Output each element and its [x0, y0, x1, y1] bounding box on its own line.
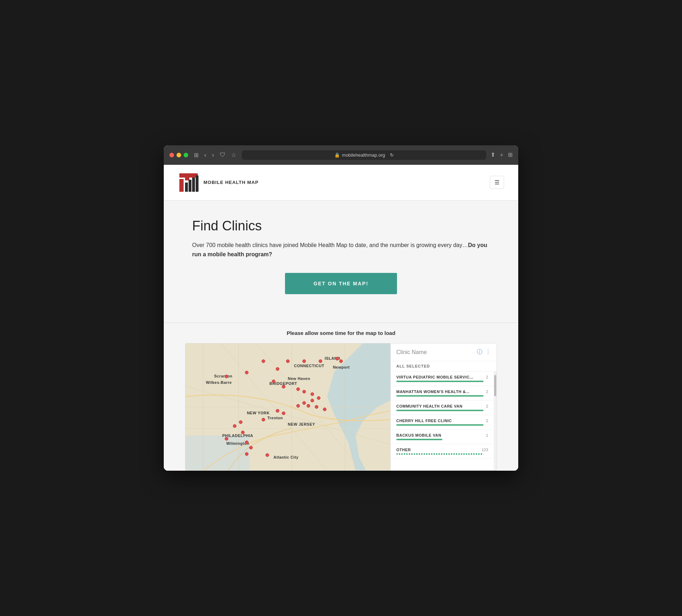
svg-rect-3 [185, 183, 188, 192]
map-dot [302, 390, 306, 393]
tabs-overview-icon[interactable]: ⊞ [508, 151, 513, 159]
map-dot [249, 446, 253, 449]
browser-actions: ⬆ ＋ ⊞ [491, 151, 513, 159]
main-section: Find Clinics Over 700 mobile health clin… [164, 201, 518, 323]
map-dot [296, 387, 300, 391]
map-dot [276, 367, 279, 371]
clinic-name: VIRTUA PEDIATRIC MOBILE SERVIC... [396, 375, 473, 379]
map-area[interactable]: CONNECTICUTNEW YORKNEW JERSEYPHILADELPHI… [185, 343, 390, 470]
svg-rect-2 [185, 173, 189, 180]
clinic-name: CHERRY HILL FREE CLINIC [396, 419, 452, 423]
clinic-name: COMMUNITY HEALTH CARE VAN [396, 404, 463, 408]
map-section: Please allow some time for the map to lo… [164, 323, 518, 471]
map-dot [245, 441, 248, 444]
list-item[interactable]: OTHER123 [391, 444, 494, 459]
map-dot [233, 424, 236, 428]
map-dot [282, 411, 285, 415]
map-dot [315, 405, 318, 409]
bookmark-icon[interactable]: ☆ [230, 151, 237, 159]
sidebar-header: Clinic Name ⓘ ⋮ [391, 343, 497, 361]
url-display: mobilehealthmap.org [342, 152, 385, 158]
map-dot [276, 409, 279, 413]
map-loading-text: Please allow some time for the map to lo… [164, 323, 518, 343]
page-description: Over 700 mobile health clinics have join… [192, 241, 490, 259]
clinic-name: MANHATTAN WOMEN'S HEALTH &... [396, 390, 470, 394]
map-dot [339, 359, 343, 363]
map-dot [245, 452, 248, 456]
logo-text: MOBILE HEALTH MAP [203, 179, 258, 186]
traffic-lights [169, 153, 188, 157]
map-and-sidebar: CONNECTICUTNEW YORKNEW JERSEYPHILADELPHI… [185, 343, 497, 471]
sidebar-toggle-icon[interactable]: ⊞ [192, 151, 200, 159]
svg-rect-6 [196, 175, 199, 192]
list-item[interactable]: VIRTUA PEDIATRIC MOBILE SERVIC...2 [391, 371, 494, 386]
cta-container: GET ON THE MAP! [192, 273, 490, 294]
clinic-sidebar: Clinic Name ⓘ ⋮ ALL SELECTED VIRTUA PEDI… [390, 343, 497, 470]
browser-window: ⊞ ‹ › 🛡 ☆ 🔒 mobilehealthmap.org ↻ ⬆ ＋ ⊞ [164, 145, 518, 471]
new-tab-icon[interactable]: ＋ [499, 151, 504, 159]
sidebar-icon-group: ⓘ ⋮ [477, 348, 491, 356]
map-dot [311, 392, 314, 396]
list-item[interactable]: CHERRY HILL FREE CLINIC2 [391, 415, 494, 430]
minimize-button[interactable] [177, 153, 181, 157]
map-dot [225, 437, 228, 441]
map-dot [241, 431, 245, 434]
info-circle-icon[interactable]: ⓘ [477, 348, 482, 356]
map-dot [296, 404, 300, 408]
scrollbar[interactable] [494, 371, 497, 470]
svg-rect-9 [185, 436, 249, 470]
clinic-count: 1 [486, 433, 488, 437]
svg-rect-4 [189, 180, 191, 192]
back-button[interactable]: ‹ [203, 151, 208, 159]
clinic-bar [396, 410, 483, 411]
sidebar-title: Clinic Name [396, 349, 427, 355]
clinic-bar [396, 424, 483, 426]
page-content: MOBILE HEALTH MAP ☰ Find Clinics Over 70… [164, 165, 518, 471]
map-dot [311, 399, 314, 402]
close-button[interactable] [169, 153, 174, 157]
list-item[interactable]: MANHATTAN WOMEN'S HEALTH &...2 [391, 386, 494, 401]
reload-icon[interactable]: ↻ [390, 152, 394, 158]
all-selected-label: ALL SELECTED [391, 361, 497, 371]
browser-controls: ⊞ ‹ › 🛡 ☆ [192, 151, 237, 159]
address-bar[interactable]: 🔒 mobilehealthmap.org ↻ [242, 150, 486, 160]
logo-area: MOBILE HEALTH MAP [178, 172, 258, 193]
get-on-map-button[interactable]: GET ON THE MAP! [285, 273, 397, 294]
clinic-bar [396, 381, 483, 382]
lock-icon: 🔒 [334, 152, 340, 158]
clinic-count: 2 [486, 375, 488, 379]
shield-icon: 🛡 [218, 151, 227, 159]
map-dot [282, 385, 285, 388]
map-dot [225, 375, 228, 378]
menu-button[interactable]: ☰ [490, 176, 504, 189]
map-dot [272, 380, 275, 383]
description-text: Over 700 mobile health clinics have join… [192, 242, 468, 248]
browser-chrome: ⊞ ‹ › 🛡 ☆ 🔒 mobilehealthmap.org ↻ ⬆ ＋ ⊞ [164, 145, 518, 165]
map-dot [239, 420, 242, 424]
more-options-icon[interactable]: ⋮ [485, 348, 491, 356]
map-dot [262, 359, 265, 363]
forward-button[interactable]: › [211, 151, 216, 159]
map-dot [265, 453, 269, 457]
map-dot [286, 359, 290, 363]
clinic-list[interactable]: VIRTUA PEDIATRIC MOBILE SERVIC...2MANHAT… [391, 371, 494, 470]
map-dot [317, 396, 320, 400]
site-header: MOBILE HEALTH MAP ☰ [164, 165, 518, 201]
map-dot [323, 408, 326, 411]
clinic-count: 123 [482, 448, 488, 452]
maximize-button[interactable] [184, 153, 188, 157]
list-item[interactable]: COMMUNITY HEALTH CARE VAN2 [391, 401, 494, 415]
clinic-count: 2 [486, 419, 488, 423]
clinic-name: BACKUS MOBILE VAN [396, 433, 441, 437]
logo-icon [178, 172, 199, 193]
svg-rect-5 [192, 178, 195, 192]
map-dot [245, 371, 248, 374]
page-title: Find Clinics [192, 218, 490, 234]
map-dot [335, 357, 339, 360]
list-item[interactable]: BACKUS MOBILE VAN1 [391, 430, 494, 444]
clinic-name: OTHER [396, 448, 411, 452]
share-icon[interactable]: ⬆ [491, 151, 495, 159]
scrollbar-thumb [494, 375, 496, 396]
clinic-bar [396, 453, 483, 455]
clinic-count: 2 [486, 390, 488, 394]
